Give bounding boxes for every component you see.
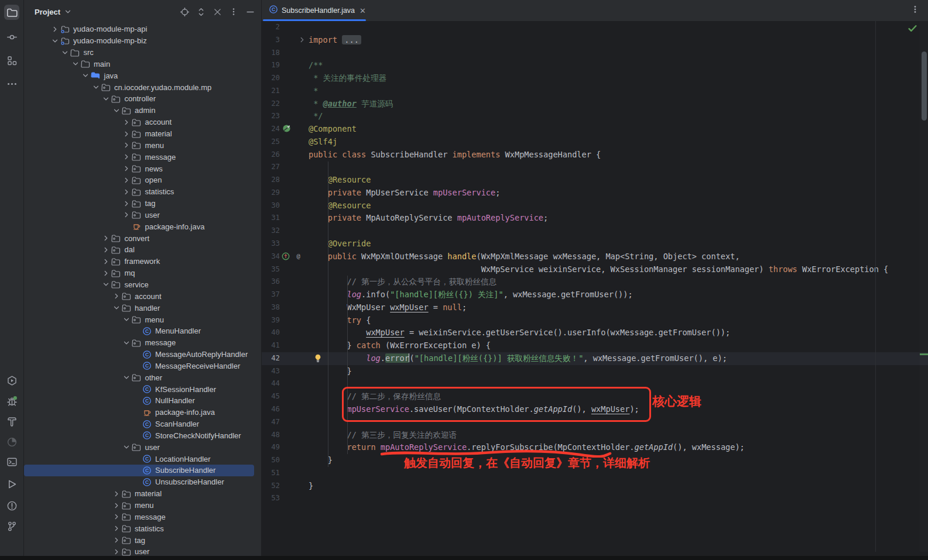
chevron-down-icon[interactable]: [91, 83, 100, 92]
code-line-35[interactable]: 35 WxMpService weixinService, WxSessionM…: [262, 263, 928, 276]
code-line-34[interactable]: 34@ public WxMpXmlOutMessage handle(WxMp…: [262, 250, 928, 263]
tree-item-dal[interactable]: dal: [24, 244, 254, 256]
tree-item-open[interactable]: open: [24, 174, 254, 186]
collapse-all-icon[interactable]: [212, 6, 222, 17]
code-line-38[interactable]: 38 WxMpUser wxMpUser = null;: [262, 301, 928, 314]
chevron-right-icon[interactable]: [112, 292, 121, 301]
tree-item-menu[interactable]: menu: [24, 139, 254, 151]
tree-item-src[interactable]: src: [24, 47, 254, 59]
chevron-right-icon[interactable]: [112, 524, 121, 533]
chevron-down-icon[interactable]: [50, 36, 59, 45]
tree-item-kfsessionhandler[interactable]: CKfSessionHandler: [24, 383, 254, 395]
run-icon[interactable]: [4, 476, 19, 492]
chevron-right-icon[interactable]: [112, 536, 121, 545]
chevron-right-icon[interactable]: [122, 141, 131, 150]
tree-item-user[interactable]: user: [24, 441, 254, 453]
chevron-right-icon[interactable]: [50, 25, 59, 33]
tree-item-statistics[interactable]: statistics: [24, 186, 254, 198]
tree-item-subscribehandler[interactable]: CSubscribeHandler: [24, 465, 254, 476]
more-options-icon[interactable]: [228, 6, 239, 17]
tree-item-nullhandler[interactable]: CNullHandler: [24, 395, 254, 407]
project-panel-title[interactable]: Project: [35, 8, 60, 16]
more-tools-icon[interactable]: [4, 76, 19, 91]
code-line-43[interactable]: 43 }: [262, 365, 928, 378]
editor-scrollbar-thumb[interactable]: [922, 51, 927, 121]
code-line-41[interactable]: 41 } catch (WxErrorException e) {: [262, 339, 928, 352]
kebab-menu-icon[interactable]: [910, 5, 920, 16]
code-line-23[interactable]: 23 */: [262, 110, 928, 123]
tree-item-framework[interactable]: framework: [24, 256, 254, 267]
code-line-20[interactable]: 20 * 关注的事件处理器: [262, 72, 928, 85]
fold-chevron-icon[interactable]: [298, 35, 306, 48]
code-line-40[interactable]: 40 wxMpUser = weixinService.getUserServi…: [262, 327, 928, 339]
code-line-22[interactable]: 22 * @author 芋道源码: [262, 98, 928, 111]
code-line-39[interactable]: 39 try {: [262, 314, 928, 327]
editor-area[interactable]: C SubscribeHandler.java ✕ 23import ...18…: [262, 0, 928, 556]
terminal-icon[interactable]: [4, 454, 19, 469]
code-line-28[interactable]: 28 @Resource: [262, 174, 928, 187]
tree-item-statistics[interactable]: statistics: [24, 523, 254, 534]
code-content[interactable]: 23import ...1819/**20 * 关注的事件处理器21 *22 *…: [262, 21, 928, 505]
chevron-down-icon[interactable]: [122, 373, 131, 382]
tree-item-other[interactable]: other: [24, 372, 254, 383]
tree-item-java[interactable]: java: [24, 70, 254, 81]
code-line-53[interactable]: 53: [262, 492, 928, 505]
chevron-right-icon[interactable]: [122, 199, 131, 208]
chevron-right-icon[interactable]: [122, 164, 131, 173]
chevron-right-icon[interactable]: [122, 176, 131, 184]
close-icon[interactable]: ✕: [359, 7, 366, 15]
tab-subscribehandler[interactable]: C SubscribeHandler.java ✕: [263, 0, 366, 21]
code-line-30[interactable]: 30 @Resource: [262, 200, 928, 212]
chevron-down-icon[interactable]: [112, 304, 121, 312]
tree-item-menu[interactable]: menu: [24, 500, 254, 511]
services-icon[interactable]: [4, 373, 19, 388]
tree-item-user[interactable]: user: [24, 546, 254, 556]
tree-item-storechecknotifyhandler[interactable]: CStoreCheckNotifyHandler: [24, 430, 254, 442]
code-line-37[interactable]: 37 log.info("[handle][粉丝({}) 关注]", wxMes…: [262, 288, 928, 301]
tree-item-service[interactable]: service: [24, 279, 254, 291]
expand-collapse-icon[interactable]: [196, 6, 206, 17]
tree-item-menuhandler[interactable]: CMenuHandler: [24, 325, 254, 337]
tree-item-account[interactable]: account: [24, 116, 254, 128]
chevron-right-icon[interactable]: [122, 118, 131, 126]
code-line-52[interactable]: 52}: [262, 480, 928, 493]
project-folder-icon[interactable]: [4, 5, 19, 20]
chevron-down-icon[interactable]: [122, 443, 131, 452]
analysis-ok-check-icon[interactable]: [908, 23, 917, 36]
tree-item-locationhandler[interactable]: CLocationHandler: [24, 453, 254, 465]
chevron-right-icon[interactable]: [122, 187, 131, 196]
chevron-right-icon[interactable]: [122, 211, 131, 219]
chevron-right-icon[interactable]: [112, 513, 121, 521]
chevron-down-icon[interactable]: [122, 338, 131, 347]
tree-item-yudao-module-mp-api[interactable]: yudao-module-mp-api: [24, 23, 254, 35]
code-line-48[interactable]: 48 // 第三步，回复关注的欢迎语: [262, 429, 928, 442]
code-line-33[interactable]: 33 @Override: [262, 238, 928, 250]
tree-item-admin[interactable]: admin: [24, 105, 254, 116]
overriding-method-icon[interactable]: [282, 252, 290, 264]
chevron-down-icon[interactable]: [71, 60, 80, 68]
tree-item-yudao-module-mp-biz[interactable]: yudao-module-mp-biz: [24, 35, 254, 47]
tree-item-unsubscribehandler[interactable]: CUnsubscribeHandler: [24, 476, 254, 488]
code-line-21[interactable]: 21 *: [262, 85, 928, 98]
tree-item-material[interactable]: material: [24, 128, 254, 140]
tree-item-controller[interactable]: controller: [24, 93, 254, 105]
tree-item-message[interactable]: message: [24, 511, 254, 523]
chevron-right-icon[interactable]: [112, 501, 121, 510]
chevron-right-icon[interactable]: [122, 129, 131, 138]
chevron-right-icon[interactable]: [102, 257, 111, 266]
chevron-right-icon[interactable]: [102, 234, 111, 243]
code-line-2[interactable]: 2: [262, 21, 928, 34]
commit-icon[interactable]: [4, 29, 19, 44]
code-line-42[interactable]: 42 log.error("[handle][粉丝({})] 获取粉丝信息失败！…: [262, 352, 928, 365]
tree-item-handler[interactable]: handler: [24, 302, 254, 314]
tree-item-scanhandler[interactable]: CScanHandler: [24, 418, 254, 430]
tree-item-tag[interactable]: tag: [24, 534, 254, 546]
code-line-18[interactable]: 18: [262, 47, 928, 60]
code-line-36[interactable]: 36 // 第一步，从公众号平台，获取粉丝信息: [262, 276, 928, 288]
chevron-right-icon[interactable]: [112, 489, 121, 498]
debug-icon[interactable]: [4, 393, 19, 408]
code-line-32[interactable]: 32: [262, 225, 928, 238]
chevron-down-icon[interactable]: [61, 48, 70, 57]
code-line-26[interactable]: 26public class SubscribeHandler implemen…: [262, 149, 928, 162]
chevron-down-icon[interactable]: [102, 280, 111, 289]
